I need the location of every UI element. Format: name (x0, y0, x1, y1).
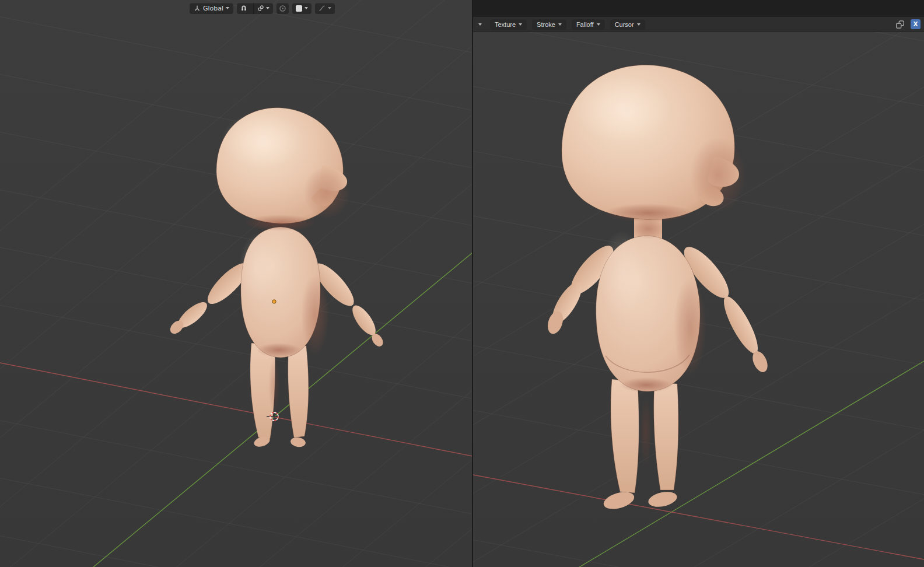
snap-link-icon (257, 5, 264, 12)
character-mesh[interactable] (545, 65, 770, 512)
editor-split-divider[interactable] (472, 0, 473, 567)
tool-settings-header: Texture Stroke Falloff Cursor X (473, 17, 924, 32)
proportional-falloff-dropdown[interactable] (315, 3, 335, 14)
axes-orientation-icon (194, 5, 201, 12)
magnet-icon (240, 5, 247, 12)
viewport-canvas-right[interactable] (473, 0, 924, 567)
x-axis-line (473, 475, 924, 559)
snapping-dropdown[interactable] (253, 3, 273, 14)
character-mesh[interactable] (167, 108, 385, 449)
chevron-down-icon (266, 7, 270, 9)
proportional-editing-toggle[interactable] (276, 3, 289, 14)
region-overlap-icon[interactable] (895, 19, 905, 30)
viewport-right[interactable]: Texture Stroke Falloff Cursor X (473, 0, 924, 567)
topbar-strip (473, 0, 924, 18)
chevron-down-icon (637, 23, 640, 26)
chevron-down-icon (519, 23, 522, 26)
color-swatch-dropdown[interactable] (292, 3, 312, 14)
transform-orientation-dropdown[interactable]: Global (190, 3, 233, 14)
chevron-down-icon (597, 23, 600, 26)
chevron-down-icon (304, 7, 308, 9)
color-swatch (296, 5, 302, 12)
chevron-down-icon (558, 23, 562, 26)
close-button[interactable]: X (911, 19, 921, 29)
falloff-curve-icon (318, 5, 326, 12)
object-origin-dot (272, 300, 276, 303)
viewport-left-toolbar: Global (190, 2, 335, 14)
blender-window: Global (0, 0, 924, 567)
stroke-menu-button[interactable]: Stroke (532, 19, 566, 30)
x-axis-line (0, 363, 472, 456)
cursor-menu-button[interactable]: Cursor (610, 19, 645, 30)
falloff-menu-label: Falloff (576, 21, 594, 28)
snapping-group (237, 3, 273, 14)
cursor-menu-label: Cursor (615, 21, 634, 28)
viewport-left[interactable]: Global (0, 0, 472, 567)
transform-orientation-label: Global (203, 3, 223, 14)
snap-toggle-button[interactable] (237, 3, 251, 14)
falloff-menu-button[interactable]: Falloff (572, 19, 605, 30)
texture-menu-button[interactable]: Texture (490, 19, 527, 30)
header-collapse-dropdown[interactable] (475, 19, 485, 30)
viewport-canvas-left[interactable] (0, 0, 472, 567)
stroke-menu-label: Stroke (537, 21, 555, 28)
y-axis-line (473, 361, 924, 567)
chevron-down-icon (328, 7, 331, 9)
chevron-down-icon (226, 7, 229, 9)
texture-menu-label: Texture (495, 21, 516, 28)
chevron-down-icon (478, 23, 482, 26)
proportional-circle-icon (279, 5, 286, 12)
